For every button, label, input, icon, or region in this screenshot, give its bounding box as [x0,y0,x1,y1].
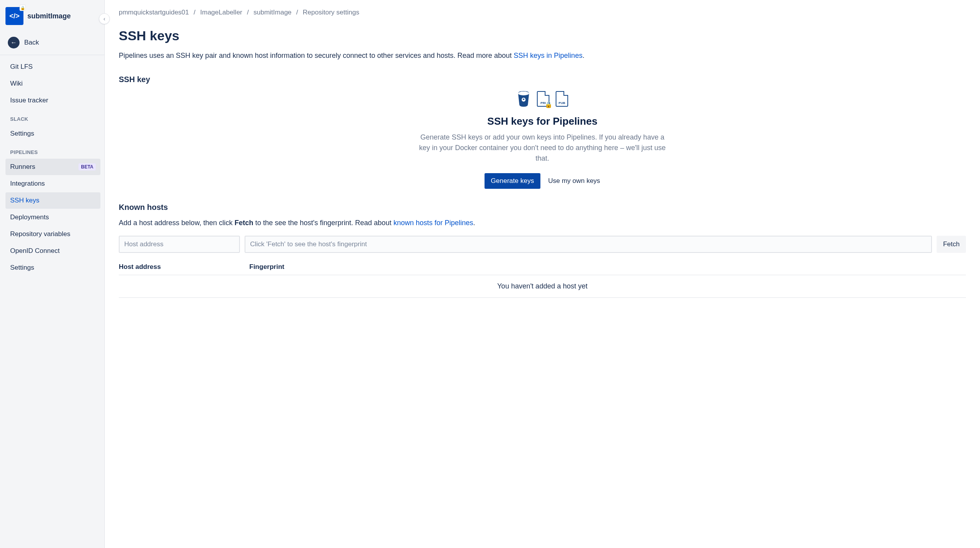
sidebar-item-label: SSH keys [10,197,39,204]
sidebar-item-label: Integrations [10,180,45,188]
sidebar-item-issue-tracker[interactable]: Issue tracker [5,92,100,109]
sidebar-item-deployments[interactable]: Deployments [5,209,100,226]
padlock-icon: 🔒 [545,101,553,108]
sidebar-item-label: Wiki [10,80,23,88]
section-label-slack: SLACK [5,109,100,125]
generate-keys-button[interactable]: Generate keys [485,173,540,189]
svg-point-2 [523,98,524,100]
breadcrumb-item[interactable]: Repository settings [303,9,359,16]
sidebar-item-git-lfs[interactable]: Git LFS [5,59,100,75]
bucket-icon [517,91,531,107]
arrow-left-icon: ← [8,37,20,48]
ssh-keys-doc-link[interactable]: SSH keys in Pipelines [514,52,583,59]
sidebar-item-wiki[interactable]: Wiki [5,75,100,92]
sidebar-item-label: Runners [10,163,35,171]
sidebar-header: </> 🔒 submitImage [5,7,100,30]
known-hosts-table-header: Host address Fingerprint [119,263,966,275]
host-address-input[interactable] [119,236,240,253]
sidebar-item-openid-connect[interactable]: OpenID Connect [5,243,100,259]
sidebar-item-label: OpenID Connect [10,247,60,255]
known-hosts-heading: Known hosts [119,203,966,212]
sidebar-item-integrations[interactable]: Integrations [5,176,100,192]
sidebar-item-repository-variables[interactable]: Repository variables [5,226,100,242]
repo-avatar: </> 🔒 [5,7,23,25]
sidebar-item-slack-settings[interactable]: Settings [5,125,100,142]
sidebar-item-pipelines-settings[interactable]: Settings [5,260,100,276]
ssh-keys-icon-row: PRI 🔒 PUB [367,91,718,107]
section-label-pipelines: PIPELINES [5,142,100,158]
repo-title: submitImage [27,12,71,20]
intro-text: Pipelines uses an SSH key pair and known… [119,50,966,61]
sidebar-item-label: Git LFS [10,63,33,71]
page-title: SSH keys [119,28,966,43]
sidebar-item-runners[interactable]: Runners BETA [5,159,100,175]
sidebar: </> 🔒 submitImage ‹ ← Back Git LFS Wiki … [0,0,105,548]
lock-icon: 🔒 [20,5,26,11]
sidebar-item-label: Issue tracker [10,97,48,104]
known-hosts-form: Fetch [119,236,966,253]
beta-badge: BETA [79,163,96,170]
known-hosts-doc-link[interactable]: known hosts for Pipelines [393,219,473,227]
chevron-left-icon: ‹ [104,16,106,22]
ssh-keys-card: PRI 🔒 PUB SSH keys for Pipelines Generat… [367,91,718,189]
column-fingerprint: Fingerprint [249,263,966,271]
sidebar-item-label: Repository variables [10,230,70,238]
svg-point-0 [518,91,529,95]
sidebar-item-ssh-keys[interactable]: SSH keys [5,192,100,209]
known-hosts-empty-state: You haven't added a host yet [119,275,966,298]
sidebar-item-label: Settings [10,130,34,138]
back-button[interactable]: ← Back [5,30,100,55]
divider [0,55,104,55]
collapse-sidebar-button[interactable]: ‹ [99,13,110,24]
sidebar-item-label: Deployments [10,213,49,221]
main-content: pmmquickstartguides01/ ImageLabeller/ su… [105,0,980,548]
fetch-button[interactable]: Fetch [937,236,966,253]
ssh-key-heading: SSH key [119,75,966,84]
breadcrumb-item[interactable]: pmmquickstartguides01 [119,9,189,16]
breadcrumb-item[interactable]: ImageLabeller [200,9,242,16]
code-icon: </> [9,12,20,20]
use-own-keys-button[interactable]: Use my own keys [548,177,600,185]
column-host-address: Host address [119,263,245,271]
breadcrumb-item[interactable]: submitImage [254,9,291,16]
back-label: Back [24,39,39,47]
fingerprint-input[interactable] [245,236,932,253]
card-title: SSH keys for Pipelines [367,115,718,127]
sidebar-item-label: Settings [10,264,34,272]
public-key-file-icon: PUB [556,91,568,107]
card-description: Generate SSH keys or add your own keys i… [417,132,667,164]
breadcrumb: pmmquickstartguides01/ ImageLabeller/ su… [119,9,966,16]
known-hosts-description: Add a host address below, then click Fet… [119,219,966,227]
sidebar-nav: Git LFS Wiki Issue tracker SLACK Setting… [5,58,100,541]
private-key-file-icon: PRI 🔒 [537,91,549,107]
